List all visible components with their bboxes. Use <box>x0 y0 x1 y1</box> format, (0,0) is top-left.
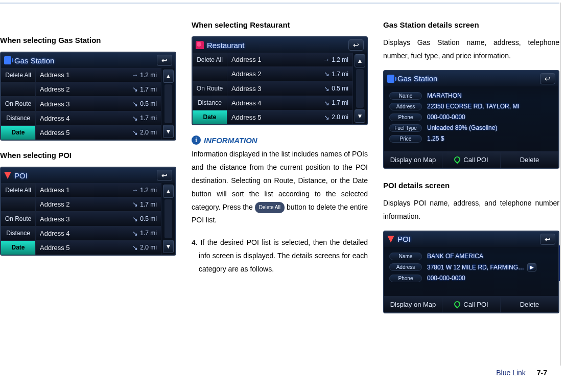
list-item[interactable]: Address 3↘0.5 mi <box>36 212 161 226</box>
list-item[interactable]: Address 4↘1.7 mi <box>36 226 161 241</box>
list-item-name: Address 2 <box>231 70 262 78</box>
list-item[interactable]: Address 5↘2.0 mi <box>227 110 352 124</box>
scroll-up-button[interactable]: ▲ <box>163 185 174 198</box>
action-display-on-map[interactable]: Display on Map <box>384 297 442 312</box>
sort-button-delete-all[interactable]: Delete All <box>1 68 35 82</box>
info-icon: i <box>192 135 201 145</box>
field-label: Address <box>389 103 422 110</box>
list-item[interactable]: Address 5↘2.0 mi <box>36 241 161 255</box>
back-button[interactable]: ↩ <box>348 39 364 51</box>
more-button[interactable]: ▶ <box>527 263 536 271</box>
back-button[interactable]: ↩ <box>540 73 555 84</box>
field-value: MARATHON <box>427 92 462 99</box>
direction-arrow-icon: ↘ <box>132 129 138 137</box>
back-button[interactable]: ↩ <box>157 170 172 181</box>
list-item-distance: ↘2.0 mi <box>132 129 157 137</box>
scroll-down-button[interactable]: ▼ <box>163 125 174 138</box>
page-footer: Blue Link 7-7 <box>496 369 547 377</box>
sort-button-delete-all[interactable]: Delete All <box>1 183 35 197</box>
action-delete[interactable]: Delete <box>501 297 558 312</box>
direction-arrow-icon: ↘ <box>132 200 138 208</box>
scroll-down-button[interactable]: ▼ <box>355 109 365 123</box>
sort-button-date[interactable]: Date <box>1 126 35 140</box>
scroll-up-button[interactable]: ▲ <box>355 54 365 67</box>
list-item-name: Address 4 <box>40 115 70 122</box>
list-item-distance: ↘2.0 mi <box>132 244 157 252</box>
list-item[interactable]: Address 1→1.2 mi <box>36 68 161 82</box>
list-item-name: Address 5 <box>231 113 262 121</box>
sort-button-blank <box>1 82 35 97</box>
side-rule <box>560 3 561 366</box>
detail-field: Fuel TypeUnleaded 89% (Gasoline) <box>389 123 553 133</box>
detail-field: Phone000-000-0000 <box>389 112 553 123</box>
detail-field: Phone000-000-0000 <box>389 273 553 284</box>
sort-button-blank <box>1 197 35 212</box>
list-item[interactable]: Address 2↘1.7 mi <box>36 197 161 212</box>
scroll-track[interactable] <box>356 69 364 108</box>
list-item[interactable]: Address 2↘1.7 mi <box>36 82 161 97</box>
list-item[interactable]: Address 4↘1.7 mi <box>227 96 352 110</box>
action-call-poi[interactable]: Call POI <box>442 152 501 168</box>
list-item-distance: →1.2 mi <box>131 186 157 194</box>
sort-button-date[interactable]: Date <box>193 110 227 124</box>
list-item-name: Address 5 <box>40 244 70 252</box>
sort-button-on-route[interactable]: On Route <box>193 81 227 96</box>
detail-field: Address22350 ECORSE RD, TAYLOR, MI <box>389 101 553 112</box>
scroll-track[interactable] <box>164 199 172 238</box>
delete-all-pill[interactable]: Delete All <box>255 202 285 214</box>
heading-poi: When selecting POI <box>0 151 176 160</box>
direction-arrow-icon: ↘ <box>132 100 138 108</box>
list-item-name: Address 1 <box>40 186 70 194</box>
heading-poi-details: POI details screen <box>383 181 559 190</box>
detail-field: NameMARATHON <box>389 90 553 101</box>
sort-button-distance[interactable]: Distance <box>193 96 227 110</box>
field-label: Address <box>389 263 422 271</box>
field-label: Phone <box>389 113 422 121</box>
list-item[interactable]: Address 1→1.2 mi <box>227 53 352 67</box>
list-item-distance: ↘2.0 mi <box>324 113 348 121</box>
direction-arrow-icon: ↘ <box>324 85 330 93</box>
list-item[interactable]: Address 3↘0.5 mi <box>36 97 161 111</box>
list-item-distance: ↘0.5 mi <box>324 85 348 93</box>
field-value: 1.25 $ <box>427 135 444 142</box>
field-label: Fuel Type <box>389 124 422 132</box>
direction-arrow-icon: → <box>323 56 330 63</box>
list-item-name: Address 5 <box>40 129 70 137</box>
screen-poi-detail: POI ↩ NameBANK OF AMERICAAddress37801 W … <box>383 231 559 313</box>
scroll-up-button[interactable]: ▲ <box>163 70 174 83</box>
list-item[interactable]: Address 5↘2.0 mi <box>36 126 161 140</box>
list-item[interactable]: Address 1→1.2 mi <box>36 183 161 197</box>
list-item[interactable]: Address 3↘0.5 mi <box>227 81 352 96</box>
list-item-name: Address 3 <box>231 85 262 93</box>
screen-title: POI <box>397 235 411 243</box>
action-delete[interactable]: Delete <box>501 152 558 168</box>
heading-restaurant: When selecting Restaurant <box>192 20 368 29</box>
step-4-text: 4. If the desired POI list is selected, … <box>192 236 368 276</box>
field-value: BANK OF AMERICA <box>427 253 483 260</box>
direction-arrow-icon: → <box>131 186 138 194</box>
screen-title: Gas Station <box>14 56 54 65</box>
list-item[interactable]: Address 4↘1.7 mi <box>36 111 161 126</box>
detail-field: Address37801 W 12 MILE RD, FARMING…▶ <box>389 262 553 273</box>
action-display-on-map[interactable]: Display on Map <box>384 152 442 168</box>
detail-field: Price1.25 $ <box>389 133 553 144</box>
paragraph-gas-details: Displays Gas Station name, address, tele… <box>383 36 559 63</box>
sort-button-date[interactable]: Date <box>1 241 35 255</box>
phone-icon <box>453 300 462 309</box>
list-item[interactable]: Address 2↘1.7 mi <box>227 67 352 81</box>
heading-gas-details: Gas Station details screen <box>383 20 559 29</box>
action-call-poi[interactable]: Call POI <box>442 297 501 312</box>
phone-icon <box>453 155 462 164</box>
sort-button-distance[interactable]: Distance <box>1 111 35 126</box>
list-item-distance: ↘1.7 mi <box>132 85 157 93</box>
list-item-distance: ↘0.5 mi <box>132 100 157 108</box>
sort-button-delete-all[interactable]: Delete All <box>193 53 227 67</box>
scroll-track[interactable] <box>164 84 172 123</box>
sort-button-on-route[interactable]: On Route <box>1 212 35 226</box>
sort-button-distance[interactable]: Distance <box>1 226 35 241</box>
sort-button-on-route[interactable]: On Route <box>1 97 35 111</box>
back-button[interactable]: ↩ <box>540 234 555 245</box>
back-button[interactable]: ↩ <box>157 55 172 66</box>
screen-gas-list: Gas Station ↩ Delete AllOn RouteDistance… <box>0 52 176 141</box>
scroll-down-button[interactable]: ▼ <box>163 240 174 253</box>
